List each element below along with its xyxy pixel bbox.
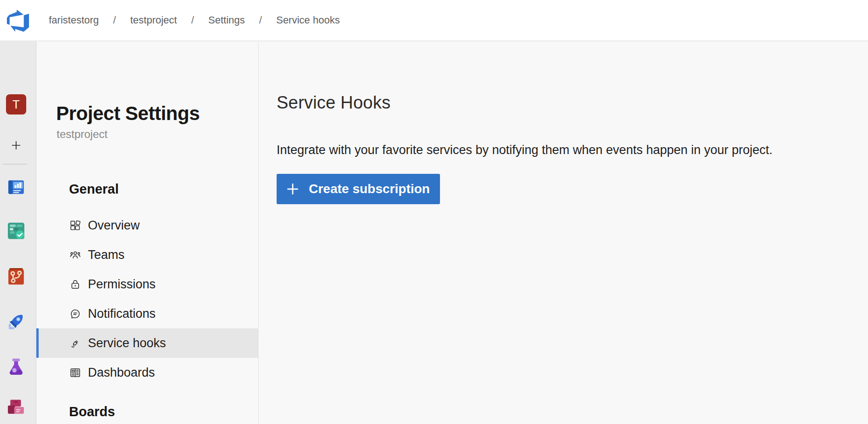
azure-devops-logo-icon — [7, 10, 29, 32]
comment-icon — [69, 308, 81, 320]
artifacts-app-icon[interactable] — [6, 398, 26, 417]
nav-item-service-hooks[interactable]: Service hooks — [36, 328, 259, 358]
test-plans-app-icon[interactable] — [6, 357, 26, 377]
nav-item-label: Notifications — [88, 307, 156, 321]
overview-app-glyph — [6, 178, 26, 197]
breadcrumb-project[interactable]: testproject — [130, 14, 177, 26]
people-icon — [69, 249, 81, 261]
main-content: Service Hooks Integrate with your favori… — [259, 41, 868, 424]
breadcrumb-separator: / — [259, 14, 262, 26]
service-hooks-description: Integrate with your favorite services by… — [277, 143, 773, 157]
nav-item-label: Teams — [88, 248, 125, 262]
pipelines-app-glyph — [6, 312, 26, 332]
create-subscription-button[interactable]: Create subscription — [277, 174, 440, 204]
settings-nav-panel: Project Settings testproject General Ove… — [36, 41, 259, 424]
boards-app-icon[interactable] — [6, 221, 26, 241]
page-title: Project Settings — [56, 103, 200, 124]
create-subscription-label: Create subscription — [309, 182, 430, 196]
test-plans-app-glyph — [6, 357, 26, 377]
project-avatar-initial: T — [12, 97, 20, 112]
grid-icon — [69, 219, 81, 232]
project-avatar[interactable]: T — [6, 94, 26, 115]
lock-icon — [69, 278, 81, 291]
plus-glyph — [10, 139, 23, 152]
nav-item-overview[interactable]: Overview — [36, 211, 259, 240]
service-hooks-title: Service Hooks — [277, 93, 391, 113]
nav-item-label: Service hooks — [88, 336, 166, 350]
add-icon[interactable] — [6, 135, 26, 155]
breadcrumb-settings[interactable]: Settings — [208, 14, 245, 26]
nav-item-teams[interactable]: Teams — [36, 240, 259, 269]
breadcrumb-separator: / — [191, 14, 194, 26]
app-rail: T — [0, 41, 36, 424]
section-header-general: General — [69, 182, 119, 197]
artifacts-app-glyph — [6, 398, 26, 417]
nav-item-label: Dashboards — [88, 366, 155, 380]
top-bar: faristestorg / testproject / Settings / … — [0, 0, 868, 41]
repos-app-glyph — [6, 267, 26, 286]
nav-item-label: Permissions — [88, 277, 156, 292]
boards-app-glyph — [6, 221, 26, 241]
rail-divider — [3, 164, 27, 165]
nav-item-dashboards[interactable]: Dashboards — [36, 358, 259, 387]
plus-icon — [286, 182, 300, 196]
breadcrumb-service-hooks[interactable]: Service hooks — [276, 14, 340, 26]
breadcrumb-separator: / — [113, 14, 116, 26]
nav-item-label: Overview — [88, 218, 140, 233]
plug-icon — [69, 337, 81, 350]
breadcrumb: faristestorg / testproject / Settings / … — [49, 0, 340, 40]
overview-app-icon[interactable] — [6, 178, 26, 197]
section-header-boards: Boards — [69, 404, 115, 419]
pipelines-app-icon[interactable] — [6, 312, 26, 332]
nav-item-permissions[interactable]: Permissions — [36, 269, 259, 299]
newspaper-icon — [69, 367, 81, 379]
breadcrumb-org[interactable]: faristestorg — [49, 14, 99, 26]
nav-item-notifications[interactable]: Notifications — [36, 299, 259, 328]
azure-devops-logo[interactable] — [7, 10, 29, 32]
repos-app-icon[interactable] — [6, 267, 26, 286]
page-subtitle: testproject — [57, 128, 108, 141]
